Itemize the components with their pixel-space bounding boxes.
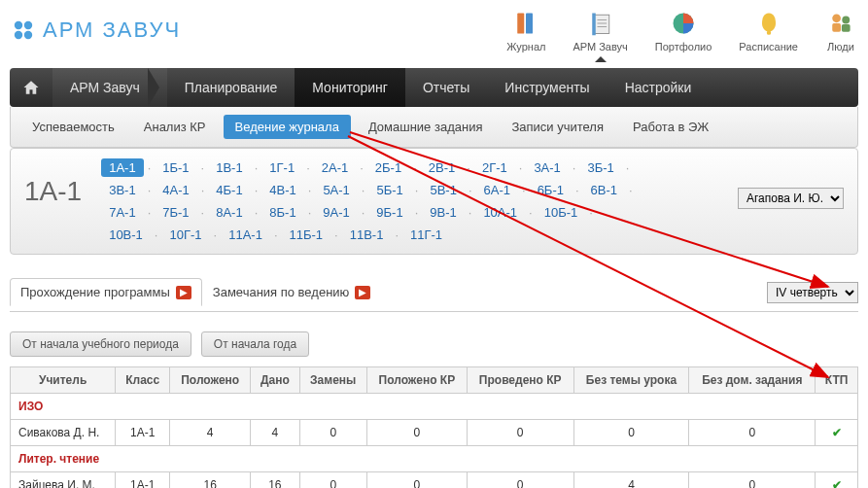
nav-item[interactable]: Отчеты xyxy=(405,68,487,107)
class-chip[interactable]: 5А-1 xyxy=(315,181,357,199)
class-chip[interactable]: 9Б-1 xyxy=(368,203,410,222)
quarter-dropdown[interactable]: IV четверть xyxy=(767,282,858,303)
class-chip[interactable]: 1В-1 xyxy=(208,158,250,177)
top-icon-2[interactable]: Портфолио xyxy=(655,8,712,52)
table-header: Положено xyxy=(170,367,251,394)
class-chip[interactable]: 1Б-1 xyxy=(155,158,196,177)
class-chip[interactable]: 9В-1 xyxy=(422,203,464,222)
table-header: Положено КР xyxy=(366,367,467,394)
class-chip[interactable]: 9А-1 xyxy=(315,203,357,222)
filter-button[interactable]: От начала учебного периода xyxy=(10,331,191,357)
tab-chip[interactable]: Прохождение программы▶ xyxy=(10,278,202,306)
table-cell: ✔ xyxy=(816,420,858,446)
class-chip[interactable]: 3Б-1 xyxy=(579,158,621,177)
class-chip[interactable]: 4А-1 xyxy=(155,181,196,199)
svg-point-0 xyxy=(15,21,22,29)
nav-breadcrumb[interactable]: АРМ Завуч xyxy=(52,68,167,107)
top-icon-label: Расписание xyxy=(739,41,798,52)
table-header: Без дом. задания xyxy=(689,367,816,394)
table-header: КТП xyxy=(816,367,858,394)
top-icon-bar: ЖурналАРМ ЗавучПортфолиоРасписаниеЛюди xyxy=(506,8,856,52)
table-cell: 0 xyxy=(366,420,467,446)
top-icon-glyph xyxy=(753,8,784,39)
top-icon-glyph xyxy=(825,8,856,39)
class-chip[interactable]: 4В-1 xyxy=(261,181,303,199)
table-header: Проведено КР xyxy=(467,367,573,394)
tabs-row: Прохождение программы▶Замечания по веден… xyxy=(10,278,858,306)
subject-row: ИЗО xyxy=(11,394,858,420)
class-chip[interactable]: 1А-1 xyxy=(101,158,143,177)
table-cell: 0 xyxy=(689,420,816,446)
class-chip[interactable]: 5В-1 xyxy=(422,181,464,199)
filter-row: От начала учебного периодаОт начала года xyxy=(10,331,858,357)
sub-nav-item[interactable]: Ведение журнала xyxy=(224,115,351,139)
nav-item[interactable]: Настройки xyxy=(608,68,710,107)
svg-rect-6 xyxy=(594,15,609,33)
table-cell: 0 xyxy=(689,472,816,489)
class-chip[interactable]: 11Б-1 xyxy=(282,226,331,244)
class-chip[interactable]: 6А-1 xyxy=(476,181,518,199)
class-chip[interactable]: 2В-1 xyxy=(421,158,463,177)
top-icon-3[interactable]: Расписание xyxy=(739,8,798,52)
clover-icon xyxy=(12,18,35,42)
table-row: Сивакова Д. Н.1А-14400000✔ xyxy=(11,420,858,446)
sub-nav-item[interactable]: Работа в ЭЖ xyxy=(621,115,720,139)
quarter-select[interactable]: IV четверть xyxy=(767,282,858,303)
table-cell: 1А-1 xyxy=(116,420,170,446)
class-chip[interactable]: 10А-1 xyxy=(475,203,525,222)
filter-button[interactable]: От начала года xyxy=(201,331,309,357)
class-chip[interactable]: 8А-1 xyxy=(208,203,250,222)
class-chip[interactable]: 2А-1 xyxy=(314,158,356,177)
class-chip[interactable]: 8Б-1 xyxy=(261,203,303,222)
nav-item[interactable]: Мониторинг xyxy=(295,68,405,107)
progress-table: УчительКлассПоложеноДаноЗаменыПоложено К… xyxy=(10,366,858,488)
class-chip[interactable]: 11В-1 xyxy=(342,226,392,244)
app-logo: АРМ ЗАВУЧ xyxy=(12,17,181,43)
table-header: Класс xyxy=(116,367,170,394)
sub-nav-item[interactable]: Домашние задания xyxy=(357,115,495,139)
class-list: 1А-1·1Б-1·1В-1·1Г-1·2А-1·2Б-1·2В-1·2Г-1·… xyxy=(101,158,645,244)
svg-rect-16 xyxy=(842,24,851,32)
table-cell: 0 xyxy=(467,420,573,446)
tab-chip[interactable]: Замечания по ведению▶ xyxy=(202,278,382,306)
table-cell: 0 xyxy=(573,420,689,446)
class-chip[interactable]: 3А-1 xyxy=(526,158,568,177)
class-chip[interactable]: 11Г-1 xyxy=(402,226,450,244)
class-chip[interactable]: 10Б-1 xyxy=(537,203,586,222)
class-chip[interactable]: 6Б-1 xyxy=(530,181,572,199)
class-chip[interactable]: 7Б-1 xyxy=(155,203,196,222)
home-icon[interactable] xyxy=(10,68,52,107)
teacher-dropdown[interactable]: Агапова И. Ю. xyxy=(738,188,844,209)
sub-nav-item[interactable]: Успеваемость xyxy=(20,115,126,139)
svg-point-1 xyxy=(24,21,32,29)
svg-point-3 xyxy=(24,31,32,39)
class-chip[interactable]: 2Б-1 xyxy=(367,158,409,177)
class-chip[interactable]: 1Г-1 xyxy=(261,158,302,177)
svg-point-13 xyxy=(832,14,841,22)
class-chip[interactable]: 11А-1 xyxy=(221,226,270,244)
table-cell: 4 xyxy=(251,420,299,446)
sub-nav-item[interactable]: Записи учителя xyxy=(500,115,615,139)
top-icon-0[interactable]: Журнал xyxy=(506,8,545,52)
class-chip[interactable]: 2Г-1 xyxy=(474,158,515,177)
current-class-title: 1А-1 xyxy=(24,176,82,207)
class-chip[interactable]: 7А-1 xyxy=(101,203,143,222)
class-chip[interactable]: 10В-1 xyxy=(101,226,151,244)
sub-nav-item[interactable]: Анализ КР xyxy=(132,115,218,139)
nav-item[interactable]: Инструменты xyxy=(487,68,607,107)
class-chip[interactable]: 4Б-1 xyxy=(208,181,250,199)
table-cell: Сивакова Д. Н. xyxy=(11,420,116,446)
top-icon-4[interactable]: Люди xyxy=(825,8,856,52)
class-chip[interactable]: 10Г-1 xyxy=(161,226,209,244)
nav-item[interactable]: Планирование xyxy=(167,68,295,107)
svg-rect-7 xyxy=(592,14,596,36)
table-row: Зайцева И. М.1А-1161600040✔ xyxy=(11,472,858,489)
app-title: АРМ ЗАВУЧ xyxy=(43,17,181,43)
class-chip[interactable]: 6В-1 xyxy=(583,181,625,199)
top-icon-label: АРМ Завуч xyxy=(573,41,627,52)
class-chip[interactable]: 3В-1 xyxy=(101,181,143,199)
teacher-select[interactable]: Агапова И. Ю. xyxy=(738,188,844,209)
class-selector-panel: 1А-1 1А-1·1Б-1·1В-1·1Г-1·2А-1·2Б-1·2В-1·… xyxy=(10,148,858,255)
class-chip[interactable]: 5Б-1 xyxy=(368,181,410,199)
top-icon-1[interactable]: АРМ Завуч xyxy=(573,8,627,52)
